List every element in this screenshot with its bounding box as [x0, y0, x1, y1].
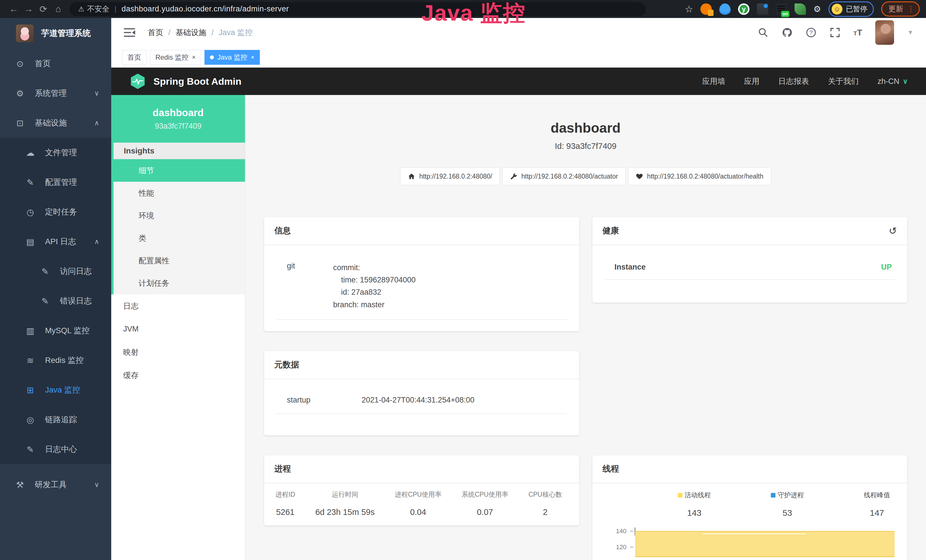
sidebar-item-access-log[interactable]: ✎ 访问日志 [0, 256, 111, 286]
github-icon[interactable] [782, 27, 793, 38]
tab-java-monitor[interactable]: Java 监控 × [204, 50, 260, 65]
help-icon[interactable]: ? [806, 27, 817, 38]
peak-threads-value: 147 [864, 508, 890, 518]
user-caret-icon[interactable]: ▼ [907, 29, 914, 36]
extension-grid-icon[interactable] [757, 3, 768, 15]
app-title: 芋道管理系统 [41, 28, 91, 39]
sidebar-item-system[interactable]: ⚙ 系统管理 ∨ [0, 79, 111, 108]
sba-item-caches[interactable]: 缓存 [111, 364, 245, 387]
address-bar[interactable]: ⚠ 不安全 | dashboard.yudao.iocoder.cn/infra… [70, 2, 646, 16]
live-threads-area [635, 531, 895, 557]
emoji-face-icon: ☺ [832, 4, 843, 15]
extension-switch-icon[interactable]: on [776, 3, 787, 15]
sba-sidebar: dashboard 93a3fc7f7409 Insights 细节 性能 环境… [111, 95, 245, 560]
url-separator: | [115, 5, 117, 14]
sba-item-classes[interactable]: 类 [113, 227, 245, 249]
browser-forward-icon[interactable]: → [21, 4, 36, 14]
url-text[interactable]: dashboard.yudao.iocoder.cn/infra/admin-s… [121, 5, 289, 14]
user-avatar[interactable] [875, 20, 894, 45]
database-icon: ▥ [25, 326, 35, 336]
browser-back-icon[interactable]: ← [6, 4, 21, 14]
close-icon[interactable]: × [251, 54, 254, 61]
spring-boot-admin-logo [130, 73, 146, 89]
extension-leaf-icon[interactable] [794, 3, 806, 15]
browser-home-icon[interactable]: ⌂ [51, 4, 66, 14]
sba-nav-wallboard[interactable]: 应用墙 [702, 76, 725, 86]
sidebar-item-error-log[interactable]: ✎ 错误日志 [0, 286, 111, 316]
sidebar-toggle-icon[interactable] [124, 28, 135, 37]
sidebar-item-api-log[interactable]: ▤ API 日志 ∧ [0, 227, 111, 256]
update-button[interactable]: 更新 ⋮ [881, 2, 920, 17]
sidebar-item-mysql-monitor[interactable]: ▥ MySQL 监控 [0, 316, 111, 345]
security-status[interactable]: ⚠ 不安全 [78, 4, 109, 14]
font-size-icon[interactable]: TT [853, 28, 862, 37]
sidebar-item-log-center[interactable]: ✎ 日志中心 [0, 434, 111, 464]
bookmark-star-icon[interactable]: ☆ [685, 4, 693, 15]
browser-menu-icon[interactable]: ⋮ [907, 5, 915, 14]
sba-item-logfile[interactable]: 日志 [111, 294, 245, 318]
dashboard-icon: ⊙ [15, 59, 25, 69]
tab-home[interactable]: 首页 [122, 50, 147, 65]
warning-icon: ⚠ [78, 5, 85, 13]
process-col-header: 进程CPU使用率 [395, 490, 442, 499]
health-url-link[interactable]: http://192.168.0.2:48080/actuator/health [628, 168, 771, 185]
sidebar-item-label: 链路追踪 [45, 414, 77, 425]
sidebar-item-devtools[interactable]: ⚒ 研发工具 ∨ [0, 470, 111, 499]
sba-brand-title[interactable]: Spring Boot Admin [153, 76, 241, 87]
extension-y-icon[interactable]: y [738, 3, 749, 15]
actuator-url-link[interactable]: http://192.168.0.2:48080/actuator [502, 168, 626, 185]
paused-badge[interactable]: ☺ 已暂停 [828, 2, 874, 17]
breadcrumb-home[interactable]: 首页 [148, 27, 163, 38]
gear-icon: ⚙ [15, 88, 25, 98]
sba-nav-journal[interactable]: 日志报表 [778, 76, 809, 86]
extension-colorpicker-icon[interactable] [701, 3, 712, 15]
timer-icon: ◷ [25, 207, 35, 217]
extensions-puzzle-icon[interactable]: ⚙ [813, 4, 821, 14]
sidebar-item-file-manage[interactable]: ☁ 文件管理 [0, 138, 111, 168]
tags-view-bar: 首页 Redis 监控 × Java 监控 × [111, 47, 926, 68]
sba-nav-applications[interactable]: 应用 [744, 76, 760, 86]
sba-item-scheduled-tasks[interactable]: 计划任务 [113, 272, 245, 294]
process-cpu: 0.04 [395, 507, 442, 517]
app-logo-row[interactable]: 芋道管理系统 [0, 18, 111, 49]
sba-item-jvm[interactable]: JVM [111, 318, 245, 341]
service-url-link[interactable]: http://192.168.0.2:48080/ [400, 168, 500, 185]
sidebar-item-redis-monitor[interactable]: ≋ Redis 监控 [0, 345, 111, 375]
close-icon[interactable]: × [192, 54, 196, 61]
eye-icon: ◎ [25, 415, 35, 425]
instance-health-row: Instance UP [605, 257, 895, 280]
health-card: 健康 ↺ Instance UP [592, 217, 908, 303]
sidebar-item-java-monitor[interactable]: ⊞ Java 监控 [0, 375, 111, 405]
y-tick-label: 120 [604, 543, 626, 551]
sidebar-item-infra[interactable]: ⊡ 基础设施 ∧ [0, 108, 111, 138]
sba-item-metrics[interactable]: 性能 [113, 182, 245, 204]
cloud-upload-icon: ☁ [25, 148, 35, 158]
search-icon[interactable] [758, 27, 769, 38]
sba-instance-header[interactable]: dashboard 93a3fc7f7409 [111, 95, 245, 143]
sba-nav-about[interactable]: 关于我们 [828, 76, 859, 86]
browser-reload-icon[interactable]: ⟳ [36, 4, 51, 15]
tab-redis-monitor[interactable]: Redis 监控 × [150, 50, 201, 65]
layers-icon: ≋ [25, 356, 35, 365]
threads-card-title: 线程 [602, 463, 619, 475]
sba-item-environment[interactable]: 环境 [113, 204, 245, 227]
instance-label: Instance [608, 263, 646, 272]
extension-pin-icon[interactable] [719, 3, 731, 15]
sba-language-select[interactable]: zh-CN ∨ [878, 77, 908, 86]
status-badge: UP [881, 263, 892, 272]
process-uptime: 6d 23h 15m 59s [315, 507, 375, 517]
sidebar-item-trace[interactable]: ◎ 链路追踪 [0, 405, 111, 434]
breadcrumb-infra[interactable]: 基础设施 [176, 27, 206, 38]
sba-language-value: zh-CN [878, 77, 899, 86]
history-icon[interactable]: ↺ [889, 225, 897, 236]
extension-lines [778, 6, 785, 7]
sidebar-item-scheduled-job[interactable]: ◷ 定时任务 [0, 197, 111, 227]
metadata-card-title: 元数据 [274, 359, 299, 371]
sidebar-item-config-manage[interactable]: ✎ 配置管理 [0, 168, 111, 197]
sidebar-item-home[interactable]: ⊙ 首页 [0, 49, 111, 79]
fullscreen-icon[interactable] [830, 27, 840, 38]
sba-item-config-props[interactable]: 配置属性 [113, 249, 245, 272]
legend-label: 守护进程 [778, 491, 804, 499]
sba-item-details[interactable]: 细节 [113, 159, 245, 182]
sba-item-mappings[interactable]: 映射 [111, 341, 245, 364]
